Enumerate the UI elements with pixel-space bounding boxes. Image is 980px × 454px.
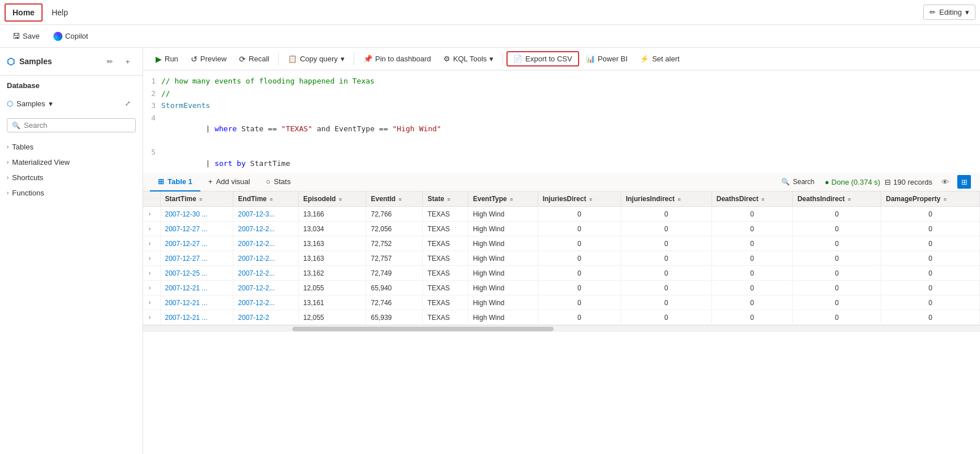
pin-to-dashboard-button[interactable]: 📌 Pin to dashboard	[358, 52, 437, 66]
col-deaths-indirect[interactable]: DeathsIndirect ≡	[793, 191, 881, 207]
cell-injuries-indirect: 0	[621, 295, 712, 310]
cell-state: TEXAS	[422, 310, 468, 325]
table-row: ›2007-12-27 ...2007-12-2...13,16372,752T…	[143, 236, 980, 251]
code-editor[interactable]: 1 // how many events of flooding happene…	[143, 70, 980, 173]
export-to-csv-button[interactable]: 📄 Export to CSV	[506, 51, 579, 66]
table-row: ›2007-12-21 ...2007-12-2...13,16172,746T…	[143, 295, 980, 310]
scroll-indicator[interactable]	[143, 325, 980, 332]
row-expand-button[interactable]: ›	[148, 239, 152, 248]
run-button[interactable]: ▶ Run	[150, 52, 184, 66]
cell-state: TEXAS	[422, 236, 468, 251]
table-row: ›2007-12-21 ...2007-12-212,05565,939TEXA…	[143, 310, 980, 325]
sidebar-item-functions[interactable]: › Functions	[0, 185, 143, 201]
run-icon: ▶	[156, 55, 162, 64]
col-event-id[interactable]: EventId ≡	[366, 191, 423, 207]
row-expand-button[interactable]: ›	[148, 224, 152, 233]
kql-tools-button[interactable]: ⚙ KQL Tools ▾	[438, 52, 499, 66]
sidebar-search-box[interactable]: 🔍	[7, 118, 136, 132]
cell-injuries-direct: 0	[538, 251, 621, 266]
cell-event-id: 65,940	[366, 281, 423, 295]
scroll-thumb[interactable]	[292, 327, 554, 331]
power-bi-button[interactable]: 📊 Power BI	[580, 52, 634, 66]
cell-episode-id: 12,055	[299, 281, 366, 295]
col-injuries-direct[interactable]: InjuriesDirect ≡	[538, 191, 621, 207]
separator-1	[278, 53, 279, 65]
editing-button[interactable]: ✏ Editing ▾	[923, 5, 975, 20]
row-expand-button[interactable]: ›	[148, 254, 152, 263]
sidebar-item-shortcuts[interactable]: › Shortcuts	[0, 170, 143, 185]
row-expand-button[interactable]: ›	[148, 269, 152, 277]
copilot-icon	[53, 32, 62, 41]
sidebar-item-materialized-view[interactable]: › Materialized View	[0, 155, 143, 170]
tab-add-visual[interactable]: + Add visual	[200, 173, 258, 191]
chevron-right-icon: ›	[7, 144, 9, 150]
sidebar-search-input[interactable]	[24, 121, 131, 130]
stats-icon: ○	[266, 177, 270, 186]
recall-button[interactable]: ⟳ Recall	[233, 52, 275, 66]
col-episode-id[interactable]: EpisodeId ≡	[299, 191, 366, 207]
col-injuries-indirect[interactable]: InjuriesIndirect ≡	[621, 191, 712, 207]
cell-end-time: 2007-12-2...	[233, 251, 299, 266]
separator-3	[502, 53, 503, 65]
col-event-type[interactable]: EventType ≡	[468, 191, 538, 207]
editing-label: Editing	[939, 8, 962, 16]
expand-table-button[interactable]: ⊞	[957, 175, 971, 189]
cell-end-time: 2007-12-2...	[233, 266, 299, 281]
status-badge: ● Done (0.374 s)	[824, 178, 880, 186]
kql-icon: ⚙	[443, 55, 450, 63]
preview-button[interactable]: ↺ Preview	[185, 52, 232, 66]
row-expand-button[interactable]: ›	[148, 284, 152, 292]
row-expand-button[interactable]: ›	[148, 298, 152, 307]
cell-damage-property: 0	[881, 310, 980, 325]
code-line-1: 1 // how many events of flooding happene…	[143, 75, 980, 88]
save-icon: 🖫	[12, 32, 20, 40]
table-row: ›2007-12-25 ...2007-12-2...13,16272,749T…	[143, 266, 980, 281]
cell-injuries-direct: 0	[538, 236, 621, 251]
sidebar-item-tables[interactable]: › Tables	[0, 139, 143, 155]
nav-help[interactable]: Help	[45, 5, 75, 20]
add-tab-button[interactable]: +	[120, 53, 136, 69]
search-icon: 🔍	[12, 122, 20, 130]
col-damage-property[interactable]: DamageProperty ≡	[881, 191, 980, 207]
nav-items: Home Help	[5, 3, 75, 22]
copy-query-button[interactable]: 📋 Copy query ▾	[282, 52, 350, 66]
open-db-button[interactable]: ⤢	[120, 95, 136, 111]
search-results-button[interactable]: 🔍 Search	[776, 175, 820, 189]
table-header: StartTime ≡ EndTime ≡ EpisodeId ≡ EventI…	[143, 191, 980, 207]
cell-deaths-indirect: 0	[793, 281, 881, 295]
db-selector[interactable]: ⬡ Samples ▾	[7, 99, 53, 108]
edit-name-button[interactable]: ✏	[102, 53, 118, 69]
row-expand-button[interactable]: ›	[148, 210, 152, 218]
cell-event-id: 72,752	[366, 236, 423, 251]
nav-home[interactable]: Home	[5, 3, 43, 22]
tab-stats[interactable]: ○ Stats	[258, 173, 298, 191]
chevron-right-icon: ›	[7, 159, 9, 165]
col-start-time[interactable]: StartTime ≡	[160, 191, 233, 207]
chevron-down-icon: ▾	[965, 8, 969, 16]
col-deaths-direct[interactable]: DeathsDirect ≡	[711, 191, 793, 207]
cell-injuries-indirect: 0	[621, 207, 712, 222]
main-toolbar: 🖫 Save Copilot	[0, 25, 980, 48]
cell-event-id: 72,749	[366, 266, 423, 281]
tab-table1[interactable]: ⊞ Table 1	[150, 173, 200, 191]
cell-damage-property: 0	[881, 281, 980, 295]
cell-damage-property: 0	[881, 222, 980, 236]
cell-deaths-direct: 0	[711, 310, 793, 325]
cell-event-type: High Wind	[468, 266, 538, 281]
row-expand-button[interactable]: ›	[148, 313, 152, 322]
cell-episode-id: 13,161	[299, 295, 366, 310]
cell-event-id: 72,766	[366, 207, 423, 222]
col-end-time[interactable]: EndTime ≡	[233, 191, 299, 207]
save-button[interactable]: 🖫 Save	[7, 29, 45, 43]
set-alert-button[interactable]: ⚡ Set alert	[634, 52, 685, 66]
copilot-button[interactable]: Copilot	[48, 29, 94, 44]
cell-start-time: 2007-12-21 ...	[160, 310, 233, 325]
cell-event-type: High Wind	[468, 251, 538, 266]
col-state[interactable]: State ≡	[422, 191, 468, 207]
cell-start-time: 2007-12-27 ...	[160, 236, 233, 251]
cell-state: TEXAS	[422, 281, 468, 295]
toggle-columns-button[interactable]: 👁	[937, 174, 953, 190]
alert-icon: ⚡	[640, 55, 649, 63]
powerbi-icon: 📊	[586, 55, 595, 63]
cell-state: TEXAS	[422, 266, 468, 281]
